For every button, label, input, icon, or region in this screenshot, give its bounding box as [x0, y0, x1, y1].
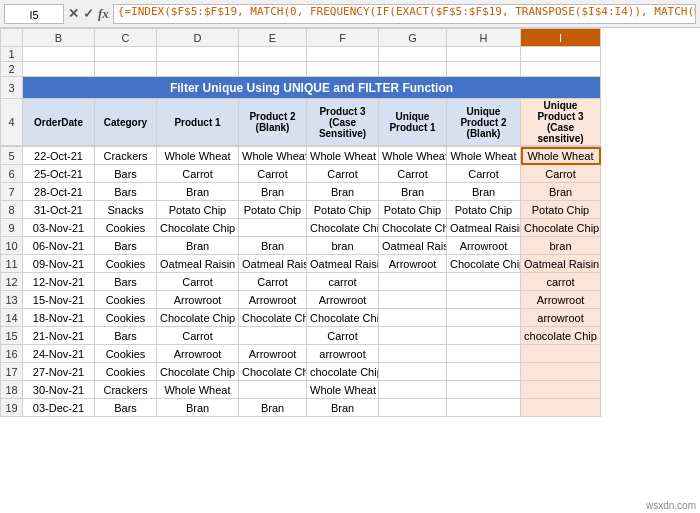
cell-D15[interactable]: Carrot [157, 327, 239, 345]
insert-function-icon[interactable]: fx [98, 6, 109, 22]
cell-G6[interactable]: Carrot [379, 165, 447, 183]
cell-I6[interactable]: Carrot [521, 165, 601, 183]
cell-H15[interactable] [447, 327, 521, 345]
cell-B18[interactable]: 30-Nov-21 [23, 381, 95, 399]
cell-G1[interactable] [379, 47, 447, 62]
cell-D6[interactable]: Carrot [157, 165, 239, 183]
cell-I7[interactable]: Bran [521, 183, 601, 201]
col-header-I[interactable]: I [521, 29, 601, 47]
col-header-F[interactable]: F [307, 29, 379, 47]
cell-B12[interactable]: 12-Nov-21 [23, 273, 95, 291]
cell-G11[interactable]: Arrowroot [379, 255, 447, 273]
cell-H2[interactable] [447, 62, 521, 77]
cell-F11[interactable]: Oatmeal Raisin [307, 255, 379, 273]
cancel-icon[interactable]: ✕ [68, 6, 79, 21]
cell-G2[interactable] [379, 62, 447, 77]
cell-H7[interactable]: Bran [447, 183, 521, 201]
cell-H12[interactable] [447, 273, 521, 291]
cell-H17[interactable] [447, 363, 521, 381]
cell-D10[interactable]: Bran [157, 237, 239, 255]
col-header-H[interactable]: H [447, 29, 521, 47]
cell-G9[interactable]: Chocolate Chip [379, 219, 447, 237]
cell-G16[interactable] [379, 345, 447, 363]
cell-E14[interactable]: Chocolate Chip [239, 309, 307, 327]
cell-G7[interactable]: Bran [379, 183, 447, 201]
cell-B17[interactable]: 27-Nov-21 [23, 363, 95, 381]
col-header-D[interactable]: D [157, 29, 239, 47]
cell-D5[interactable]: Whole Wheat [157, 147, 239, 165]
cell-G14[interactable] [379, 309, 447, 327]
cell-H8[interactable]: Potato Chip [447, 201, 521, 219]
cell-C10[interactable]: Bars [95, 237, 157, 255]
cell-H10[interactable]: Arrowroot [447, 237, 521, 255]
cell-F19[interactable]: Bran [307, 399, 379, 417]
cell-D13[interactable]: Arrowroot [157, 291, 239, 309]
cell-G12[interactable] [379, 273, 447, 291]
cell-B1[interactable] [23, 47, 95, 62]
cell-D2[interactable] [157, 62, 239, 77]
cell-C11[interactable]: Cookies [95, 255, 157, 273]
cell-I8[interactable]: Potato Chip [521, 201, 601, 219]
cell-C8[interactable]: Snacks [95, 201, 157, 219]
cell-H1[interactable] [447, 47, 521, 62]
cell-I12[interactable]: carrot [521, 273, 601, 291]
cell-H9[interactable]: Oatmeal Raisin [447, 219, 521, 237]
cell-B19[interactable]: 03-Dec-21 [23, 399, 95, 417]
cell-G18[interactable] [379, 381, 447, 399]
formula-input[interactable]: {=INDEX($F$5:$F$19, MATCH(0, FREQUENCY(I… [113, 4, 696, 24]
cell-B5[interactable]: 22-Oct-21 [23, 147, 95, 165]
cell-E8[interactable]: Potato Chip [239, 201, 307, 219]
cell-C1[interactable] [95, 47, 157, 62]
cell-B16[interactable]: 24-Nov-21 [23, 345, 95, 363]
cell-C16[interactable]: Cookies [95, 345, 157, 363]
cell-I10[interactable]: bran [521, 237, 601, 255]
cell-B11[interactable]: 09-Nov-21 [23, 255, 95, 273]
col-header-C[interactable]: C [95, 29, 157, 47]
cell-I19[interactable] [521, 399, 601, 417]
cell-B2[interactable] [23, 62, 95, 77]
cell-B14[interactable]: 18-Nov-21 [23, 309, 95, 327]
cell-E1[interactable] [239, 47, 307, 62]
cell-D7[interactable]: Bran [157, 183, 239, 201]
cell-E17[interactable]: Chocolate Chip [239, 363, 307, 381]
cell-E18[interactable] [239, 381, 307, 399]
cell-G5[interactable]: Whole Wheat [379, 147, 447, 165]
cell-I15[interactable]: chocolate Chip [521, 327, 601, 345]
cell-I13[interactable]: Arrowroot [521, 291, 601, 309]
cell-C13[interactable]: Cookies [95, 291, 157, 309]
cell-B8[interactable]: 31-Oct-21 [23, 201, 95, 219]
cell-C12[interactable]: Bars [95, 273, 157, 291]
cell-G8[interactable]: Potato Chip [379, 201, 447, 219]
cell-F5[interactable]: Whole Wheat [307, 147, 379, 165]
cell-H18[interactable] [447, 381, 521, 399]
cell-F14[interactable]: Chocolate Chip [307, 309, 379, 327]
cell-E5[interactable]: Whole Wheat [239, 147, 307, 165]
cell-F6[interactable]: Carrot [307, 165, 379, 183]
cell-F18[interactable]: Whole Wheat [307, 381, 379, 399]
cell-H14[interactable] [447, 309, 521, 327]
cell-D9[interactable]: Chocolate Chip [157, 219, 239, 237]
cell-B13[interactable]: 15-Nov-21 [23, 291, 95, 309]
cell-B10[interactable]: 06-Nov-21 [23, 237, 95, 255]
cell-D8[interactable]: Potato Chip [157, 201, 239, 219]
cell-I1[interactable] [521, 47, 601, 62]
name-box[interactable]: I5 [4, 4, 64, 24]
cell-F13[interactable]: Arrowroot [307, 291, 379, 309]
cell-C14[interactable]: Cookies [95, 309, 157, 327]
cell-F7[interactable]: Bran [307, 183, 379, 201]
cell-B6[interactable]: 25-Oct-21 [23, 165, 95, 183]
cell-C19[interactable]: Bars [95, 399, 157, 417]
cell-E15[interactable] [239, 327, 307, 345]
cell-F1[interactable] [307, 47, 379, 62]
cell-D17[interactable]: Chocolate Chip [157, 363, 239, 381]
cell-B7[interactable]: 28-Oct-21 [23, 183, 95, 201]
cell-I14[interactable]: arrowroot [521, 309, 601, 327]
cell-C7[interactable]: Bars [95, 183, 157, 201]
cell-D12[interactable]: Carrot [157, 273, 239, 291]
cell-I17[interactable] [521, 363, 601, 381]
cell-E2[interactable] [239, 62, 307, 77]
cell-F15[interactable]: Carrot [307, 327, 379, 345]
cell-C17[interactable]: Cookies [95, 363, 157, 381]
cell-G10[interactable]: Oatmeal Raisin [379, 237, 447, 255]
cell-F2[interactable] [307, 62, 379, 77]
